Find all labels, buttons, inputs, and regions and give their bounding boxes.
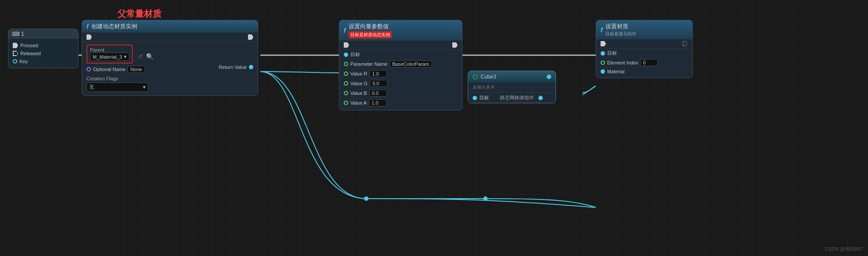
keyboard-node-header: ⌨ 1	[8, 29, 78, 39]
value-g-input[interactable]: 0.0	[370, 80, 387, 87]
creation-flags-label: Creation Flags	[86, 76, 253, 81]
exec-in-create	[86, 34, 92, 40]
cube3-component-pin	[538, 96, 543, 100]
exec-in-setvec	[344, 42, 349, 48]
target-label-setvec: 目标	[350, 51, 360, 58]
key-pin-row: Key	[8, 57, 78, 65]
exec-out-create	[248, 34, 253, 40]
value-a-label: Value A	[350, 100, 367, 105]
exec-out-setvec	[452, 42, 458, 48]
cube3-component-label: 静态网格体组件	[500, 94, 534, 101]
target-pin-setvec	[344, 53, 348, 57]
creation-flags-select[interactable]: 无 ▾	[86, 83, 148, 92]
svg-point-1	[483, 196, 488, 201]
parent-select[interactable]: M_Material_3 ▾	[90, 53, 129, 61]
target-row-setmat: 目标	[596, 49, 692, 58]
creation-flags-dropdown-icon: ▾	[143, 84, 146, 90]
value-g-pin	[344, 81, 348, 86]
cube3-header: ⬡ Cube3	[468, 71, 556, 83]
exec-row-setmat	[596, 39, 692, 49]
value-a-pin	[344, 101, 348, 105]
exec-row-create	[82, 33, 258, 42]
value-a-row: Value A 1.0	[339, 98, 462, 110]
value-b-input[interactable]: 0.0	[369, 90, 387, 97]
set-vector-param-node: f 设置向量参数值 目标是材质动态实例 目标 Parameter Name Ba…	[339, 20, 462, 110]
optional-name-label: Optional Name	[93, 67, 125, 72]
value-g-row: Value G 0.0	[339, 79, 462, 88]
cube3-target-pin	[473, 96, 477, 100]
cube3-logo-icon: ⬡	[473, 73, 478, 80]
set-material-node: f 设置材质 目标是基元组件 目标 Element Index 0 Materi…	[596, 20, 693, 78]
optional-name-pin	[86, 67, 91, 72]
element-index-label: Element Index	[607, 60, 638, 65]
target-row-setvec: 目标	[339, 50, 462, 59]
search-icon[interactable]: 🔍	[146, 53, 154, 60]
exec-row-setvec	[339, 41, 462, 50]
key-pin	[13, 59, 17, 64]
value-a-input[interactable]: 1.0	[369, 99, 387, 106]
material-row: Material	[596, 68, 692, 78]
param-name-label: Parameter Name	[350, 61, 387, 67]
cube3-node: ⬡ Cube3 从持久关卡 目标 静态网格体组件	[468, 71, 556, 103]
param-name-row: Parameter Name BaseColorParam	[339, 59, 462, 69]
func-icon-create: f	[86, 23, 89, 30]
watermark: CSDN @海码007	[825, 246, 863, 252]
released-pin-row: Released	[8, 49, 78, 57]
cube3-title: Cube3	[481, 74, 496, 80]
target-pin-setmat	[601, 51, 605, 56]
material-label: Material	[607, 69, 624, 74]
return-value-pin	[249, 65, 253, 69]
element-index-input[interactable]: 0	[640, 59, 658, 66]
pressed-pin-row: Pressed	[8, 41, 78, 49]
exec-out-setmat	[683, 41, 688, 46]
set-vector-title: 设置向量参数值	[349, 23, 392, 30]
exec-in-setmat	[601, 41, 606, 46]
value-g-label: Value G	[350, 81, 368, 86]
func-icon-setmat: f	[601, 26, 603, 34]
keyboard-icon: ⌨	[12, 31, 19, 37]
parent-section: Parent M_Material_3 ▾ ↺ 🔍	[82, 42, 258, 64]
parent-dropdown-icon: ▾	[124, 54, 127, 60]
value-b-label: Value B	[350, 90, 367, 96]
pressed-exec-pin	[13, 43, 18, 48]
return-value-row: Return Value	[219, 64, 253, 70]
target-label-setmat: 目标	[607, 50, 617, 56]
set-material-title-col: 设置材质 目标是基元组件	[605, 23, 636, 37]
keyboard-node: ⌨ 1 Pressed Released Key	[8, 29, 79, 68]
set-vector-param-header: f 设置向量参数值 目标是材质动态实例	[339, 20, 462, 41]
element-index-pin	[601, 60, 605, 65]
cube3-target-row: 目标 静态网格体组件	[468, 93, 556, 103]
value-r-pin	[344, 72, 348, 76]
element-index-row: Element Index 0	[596, 58, 692, 68]
reset-icon[interactable]: ↺	[138, 53, 143, 60]
pressed-label: Pressed	[20, 43, 38, 48]
param-name-pin	[344, 62, 348, 66]
create-material-header: f 创建动态材质实例	[82, 20, 258, 33]
set-vector-subtitle: 目标是材质动态实例	[349, 31, 392, 38]
parent-label: Parent	[90, 47, 129, 53]
parent-box: Parent M_Material_3 ▾	[86, 45, 133, 64]
value-b-pin	[344, 91, 348, 95]
set-material-subtitle: 目标是基元组件	[605, 31, 636, 37]
value-r-row: Value R 1.0	[339, 69, 462, 79]
create-material-node: f 创建动态材质实例 父常量材质 Parent M_Material_3 ▾ ↺…	[82, 20, 258, 96]
create-material-title: 创建动态材质实例	[91, 23, 137, 30]
param-name-input[interactable]: BaseColorParam	[390, 60, 432, 68]
creation-flags-value: 无	[89, 84, 94, 90]
material-pin	[601, 69, 605, 74]
annotation-text: 父常量材质	[117, 8, 162, 20]
keyboard-title: 1	[21, 31, 24, 37]
released-label: Released	[20, 51, 41, 56]
cube3-target-label: 目标	[479, 94, 489, 101]
creation-flags-section: Creation Flags 无 ▾	[82, 74, 258, 95]
released-exec-pin	[13, 51, 18, 56]
func-icon-setvec: f	[344, 27, 346, 34]
optional-name-input[interactable]: None	[128, 66, 145, 73]
value-r-input[interactable]: 1.0	[369, 70, 387, 77]
set-material-title: 设置材质	[605, 23, 636, 30]
parent-value: M_Material_3	[93, 54, 122, 60]
value-b-row: Value B 0.0	[339, 88, 462, 98]
set-material-header: f 设置材质 目标是基元组件	[596, 20, 692, 39]
value-r-label: Value R	[350, 71, 367, 76]
return-value-label: Return Value	[219, 64, 247, 70]
